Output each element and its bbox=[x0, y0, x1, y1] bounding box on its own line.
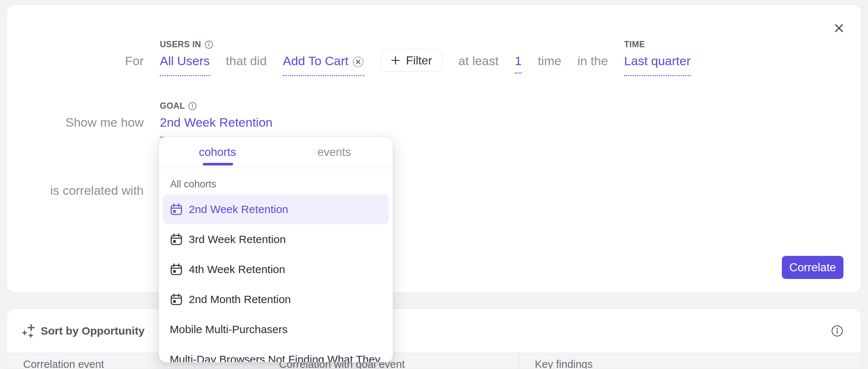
sort-by-opportunity-button[interactable]: Sort by Opportunity bbox=[22, 323, 144, 339]
plus-icon bbox=[391, 56, 400, 65]
dropdown-tabs: cohorts events bbox=[159, 137, 393, 168]
calendar-icon bbox=[170, 263, 183, 276]
filter-button-label: Filter bbox=[406, 54, 432, 67]
remove-event-icon[interactable] bbox=[352, 56, 364, 68]
list-item[interactable]: 2nd Month Retention bbox=[163, 284, 389, 314]
column-divider bbox=[519, 353, 519, 369]
correlate-button[interactable]: Correlate bbox=[782, 256, 843, 279]
correlations-page: For USERS IN All Users that did Add To C… bbox=[0, 0, 868, 369]
at-least-text: at least bbox=[459, 54, 499, 68]
list-item[interactable]: 3rd Week Retention bbox=[163, 224, 389, 254]
add-filter-button[interactable]: Filter bbox=[380, 49, 442, 72]
tab-events[interactable]: events bbox=[276, 137, 393, 168]
time-range-field[interactable]: TIME Last quarter bbox=[624, 54, 691, 76]
event-field[interactable]: Add To Cart bbox=[283, 54, 365, 76]
query-row-correlated: is correlated with bbox=[7, 183, 861, 198]
row2-prefix: Show me how bbox=[7, 115, 144, 130]
list-item-label: 2nd Month Retention bbox=[189, 293, 291, 306]
time-range-value: Last quarter bbox=[624, 54, 691, 68]
results-table-header: Correlation event Correlation with goal … bbox=[7, 353, 861, 369]
cohort-section-header: All cohorts bbox=[170, 179, 216, 190]
list-item-label: 2nd Week Retention bbox=[189, 203, 288, 216]
goal-field[interactable]: GOAL 2nd Week Retention bbox=[160, 115, 272, 138]
goal-value: 2nd Week Retention bbox=[160, 115, 272, 130]
column-header-correlation-event: Correlation event bbox=[23, 358, 104, 369]
in-the-text: in the bbox=[577, 54, 608, 68]
event-value: Add To Cart bbox=[283, 54, 349, 68]
cohort-list: 2nd Week Retention 3rd Week Retention 4t… bbox=[159, 194, 393, 362]
users-in-value: All Users bbox=[160, 54, 210, 68]
info-icon[interactable] bbox=[188, 102, 197, 111]
panel-info-button[interactable] bbox=[831, 325, 843, 337]
results-panel: Sort by Opportunity Correlation event Co… bbox=[7, 309, 861, 369]
list-item[interactable]: 2nd Week Retention bbox=[163, 194, 389, 224]
calendar-icon bbox=[170, 293, 183, 306]
close-icon bbox=[833, 22, 845, 34]
goal-dropdown: cohorts events All cohorts 2nd Week Rete… bbox=[159, 137, 393, 362]
query-row-goal: Show me how GOAL 2nd Week Retention bbox=[7, 115, 861, 138]
column-header-key-findings: Key findings bbox=[535, 358, 593, 369]
row1-prefix: For bbox=[7, 54, 144, 68]
users-in-label: USERS IN bbox=[160, 40, 213, 49]
list-item[interactable]: Multi-Day Browsers Not Finding What They bbox=[163, 344, 389, 362]
count-field[interactable]: 1 bbox=[515, 54, 522, 74]
list-item[interactable]: 4th Week Retention bbox=[163, 254, 389, 284]
calendar-icon bbox=[170, 233, 183, 246]
sparkle-plus-icon bbox=[22, 323, 36, 339]
sort-button-label: Sort by Opportunity bbox=[41, 325, 144, 337]
list-item-label: Multi-Day Browsers Not Finding What They bbox=[170, 353, 380, 362]
users-in-field[interactable]: USERS IN All Users bbox=[160, 54, 210, 76]
active-tab-indicator bbox=[203, 163, 233, 165]
close-button[interactable] bbox=[832, 21, 846, 36]
calendar-icon bbox=[170, 203, 183, 216]
info-icon bbox=[831, 325, 843, 337]
list-item[interactable]: Mobile Multi-Purchasers bbox=[163, 314, 389, 344]
list-item-label: Mobile Multi-Purchasers bbox=[170, 323, 288, 336]
row3-prefix: is correlated with bbox=[7, 183, 144, 198]
query-builder-card: For USERS IN All Users that did Add To C… bbox=[7, 4, 861, 293]
list-item-label: 4th Week Retention bbox=[189, 263, 285, 276]
time-range-label: TIME bbox=[624, 40, 645, 49]
query-row-users: For USERS IN All Users that did Add To C… bbox=[7, 49, 861, 76]
info-icon[interactable] bbox=[205, 40, 213, 49]
that-did-text: that did bbox=[226, 54, 267, 68]
list-item-label: 3rd Week Retention bbox=[189, 233, 286, 246]
time-text: time bbox=[538, 54, 561, 68]
goal-label: GOAL bbox=[160, 101, 197, 111]
sort-row: Sort by Opportunity bbox=[7, 309, 861, 353]
